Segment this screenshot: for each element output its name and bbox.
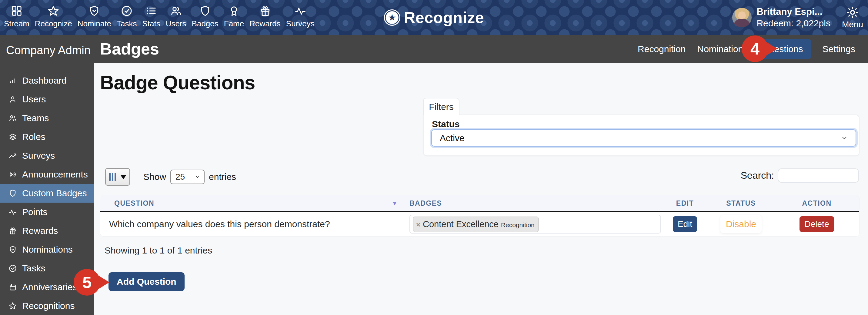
- nav-item-stats[interactable]: Stats: [140, 0, 163, 29]
- nav-item-rewards[interactable]: Rewards: [247, 0, 283, 29]
- page-size-select[interactable]: 25: [170, 169, 205, 184]
- nav-label: Rewards: [249, 19, 281, 29]
- show-label: Show: [143, 172, 166, 182]
- sidebar-item-label: Anniversaries: [22, 282, 77, 292]
- nav-item-surveys[interactable]: Surveys: [283, 0, 317, 29]
- gear-icon: [845, 5, 860, 20]
- filters-card: Status Active: [423, 115, 860, 156]
- nav-label: Tasks: [117, 19, 137, 29]
- sidebar-item-recognitions[interactable]: Recognitions: [0, 296, 94, 315]
- section-title: Badges: [100, 35, 159, 63]
- star-icon: [47, 5, 59, 17]
- sidebar-item-label: Users: [22, 94, 46, 104]
- sidebar-item-label: Points: [22, 207, 47, 217]
- nav-item-recognize[interactable]: Recognize: [32, 0, 75, 29]
- nav-label: Stream: [4, 19, 29, 29]
- menu-label: Menu: [842, 20, 863, 29]
- add-question-button[interactable]: Add Question: [108, 272, 185, 291]
- nav-item-fame[interactable]: Fame: [221, 0, 247, 29]
- shield-check-icon: [88, 5, 100, 17]
- sidebar-item-custom-badges[interactable]: Custom Badges: [0, 184, 94, 202]
- sidebar-item-dashboard[interactable]: Dashboard: [0, 71, 94, 90]
- entries-summary: Showing 1 to 1 of 1 entries: [104, 245, 212, 256]
- column-visibility-button[interactable]: [105, 168, 130, 186]
- search-label: Search:: [741, 170, 774, 181]
- sidebar-item-label: Announcements: [22, 169, 88, 180]
- delete-button[interactable]: Delete: [800, 216, 834, 232]
- top-nav-user-area: Brittany Espi... Redeem: 2,022pls Menu: [732, 0, 863, 35]
- tab-settings[interactable]: Settings: [823, 44, 855, 54]
- sidebar-item-points[interactable]: Points: [0, 202, 94, 221]
- edit-button[interactable]: Edit: [673, 216, 697, 232]
- top-nav-items: Stream Recognize Nominate Tasks Stats Us…: [1, 0, 317, 29]
- annotation-step-5-marker: 5: [74, 269, 100, 295]
- activity-icon: [8, 208, 17, 216]
- columns-icon: [109, 173, 111, 181]
- shield-icon: [8, 189, 17, 197]
- sidebar-item-label: Tasks: [22, 263, 45, 274]
- entries-label: entries: [209, 172, 236, 182]
- shield-icon: [199, 5, 211, 17]
- search-input[interactable]: [778, 168, 859, 183]
- page-title: Badge Questions: [100, 71, 255, 94]
- nav-label: Users: [166, 19, 186, 29]
- bar-chart-icon: [8, 76, 17, 85]
- user-redeem-points: Redeem: 2,022pls: [756, 18, 830, 29]
- remove-tag-icon[interactable]: ×: [416, 220, 421, 229]
- award-icon: [228, 5, 240, 17]
- menu-button[interactable]: Menu: [842, 5, 863, 29]
- nav-item-users[interactable]: Users: [163, 0, 189, 29]
- question-text: Which company values does this person de…: [109, 219, 330, 229]
- users-icon: [170, 5, 182, 17]
- sidebar-item-label: Roles: [22, 132, 45, 142]
- logo-text: Recognize: [404, 8, 484, 27]
- logo-star-circle-icon: ★: [384, 9, 400, 26]
- sidebar-item-rewards[interactable]: Rewards: [0, 221, 94, 240]
- sidebar-item-roles[interactable]: Roles: [0, 127, 94, 146]
- table-header-row: QUESTION ▼ BADGES EDIT STATUS ACTION: [100, 195, 859, 212]
- sidebar-item-label: Rewards: [22, 226, 58, 236]
- badge-tag-label: Content Excellence: [423, 219, 499, 229]
- sidebar-item-teams[interactable]: Teams: [0, 109, 94, 127]
- questions-table: QUESTION ▼ BADGES EDIT STATUS ACTION Whi…: [100, 195, 859, 236]
- sidebar-item-nominations[interactable]: Nominations: [0, 240, 94, 259]
- sidebar-item-announcements[interactable]: Announcements: [0, 165, 94, 184]
- sidebar-item-label: Nominations: [22, 245, 73, 255]
- badges-select-box[interactable]: × Content Excellence Recognition: [409, 215, 661, 233]
- table-row: Which company values does this person de…: [100, 212, 859, 236]
- page-size-control: Show 25 entries: [143, 169, 236, 184]
- tab-nominations[interactable]: Nominations: [698, 44, 743, 54]
- layers-icon: [8, 133, 17, 141]
- annotation-step-4-marker: 4: [742, 35, 768, 62]
- sort-descending-icon[interactable]: ▼: [392, 199, 398, 207]
- nav-item-stream[interactable]: Stream: [1, 0, 32, 29]
- calendar-icon: [8, 283, 17, 291]
- recognize-logo[interactable]: ★ Recognize: [384, 8, 484, 27]
- column-header-badges[interactable]: BADGES: [403, 199, 662, 208]
- sidebar-title: Company Admin: [6, 44, 94, 57]
- sidebar-item-label: Recognitions: [22, 301, 74, 311]
- main-content: Badge Questions Filters Status Active Sh…: [94, 63, 868, 315]
- filters-tab[interactable]: Filters: [423, 98, 460, 115]
- sidebar-item-label: Dashboard: [22, 75, 67, 86]
- sidebar-item-users[interactable]: Users: [0, 90, 94, 109]
- sidebar-item-label: Surveys: [22, 151, 55, 161]
- status-select-value: Active: [440, 133, 465, 143]
- user-avatar[interactable]: [732, 8, 752, 27]
- list-icon: [145, 5, 157, 17]
- top-navigation-bar: Stream Recognize Nominate Tasks Stats Us…: [0, 0, 868, 35]
- dropdown-arrow-icon: [120, 175, 126, 179]
- nav-item-badges[interactable]: Badges: [189, 0, 221, 29]
- disable-button[interactable]: Disable: [720, 215, 762, 233]
- trending-up-icon: [8, 152, 17, 160]
- tab-recognition[interactable]: Recognition: [638, 44, 686, 54]
- nav-item-tasks[interactable]: Tasks: [114, 0, 140, 29]
- sidebar-item-surveys[interactable]: Surveys: [0, 146, 94, 165]
- shield-check-icon: [8, 245, 17, 254]
- column-header-question[interactable]: QUESTION ▼: [100, 199, 403, 208]
- check-circle-icon: [121, 5, 133, 17]
- user-name: Brittany Espi...: [756, 6, 830, 17]
- user-info[interactable]: Brittany Espi... Redeem: 2,022pls: [756, 6, 830, 29]
- status-select[interactable]: Active: [431, 129, 856, 147]
- nav-item-nominate[interactable]: Nominate: [75, 0, 114, 29]
